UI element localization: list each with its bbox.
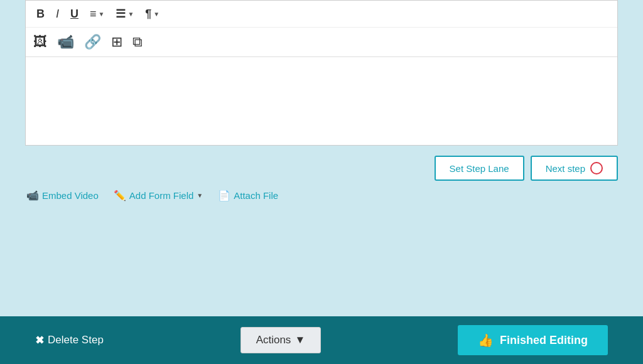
attach-file-icon: 📄 xyxy=(218,190,230,201)
embed-video-label: Embed Video xyxy=(42,190,99,201)
actions-dropdown-arrow: ▼ xyxy=(294,334,305,346)
actions-label: Actions xyxy=(256,334,291,346)
bold-button[interactable]: B xyxy=(33,6,48,22)
main-container: B I U ≡ ▼ ☰ ▼ ¶ ▼ 🖼 📹 🔗 ⊞ ⧉ xyxy=(0,0,643,364)
underline-button[interactable]: U xyxy=(67,6,82,22)
video-icon[interactable]: 📹 xyxy=(57,34,74,50)
delete-step-x-icon: ✖ xyxy=(35,334,44,347)
next-step-circle-icon xyxy=(590,162,603,174)
delete-step-label: Delete Step xyxy=(48,334,104,346)
align-dropdown-arrow: ▼ xyxy=(99,11,105,18)
next-step-label: Next step xyxy=(546,163,585,174)
paragraph-icon: ¶ xyxy=(145,8,151,21)
actions-button[interactable]: Actions ▼ xyxy=(240,327,322,353)
toolbar-row2: 🖼 📹 🔗 ⊞ ⧉ xyxy=(26,28,617,57)
list-icon: ☰ xyxy=(116,7,126,21)
paragraph-button[interactable]: ¶ ▼ xyxy=(142,6,163,22)
link-icon[interactable]: 🔗 xyxy=(84,34,101,50)
embed-video-item[interactable]: 📹 Embed Video xyxy=(26,190,99,201)
external-link-icon[interactable]: ⧉ xyxy=(132,34,143,50)
action-bar: ✖ Delete Step Actions ▼ 👍 Finished Editi… xyxy=(0,316,643,364)
finished-editing-label: Finished Editing xyxy=(500,334,588,347)
toolbar-row1: B I U ≡ ▼ ☰ ▼ ¶ ▼ xyxy=(26,1,617,28)
delete-step-button[interactable]: ✖ Delete Step xyxy=(35,334,104,347)
add-form-field-item[interactable]: ✏️ Add Form Field ▼ xyxy=(114,190,203,201)
attach-file-item[interactable]: 📄 Attach File xyxy=(218,190,278,201)
image-icon[interactable]: 🖼 xyxy=(33,34,47,50)
embed-video-icon: 📹 xyxy=(26,190,39,201)
finished-editing-button[interactable]: 👍 Finished Editing xyxy=(458,325,608,355)
thumbs-up-icon: 👍 xyxy=(478,333,494,348)
attach-file-label: Attach File xyxy=(234,190,278,201)
step-buttons-row: Set Step Lane Next step xyxy=(25,156,618,181)
align-button[interactable]: ≡ ▼ xyxy=(87,6,107,22)
form-field-dropdown-arrow: ▼ xyxy=(197,192,203,199)
set-step-lane-button[interactable]: Set Step Lane xyxy=(435,156,524,181)
italic-button[interactable]: I xyxy=(53,6,62,22)
add-form-field-icon: ✏️ xyxy=(114,190,126,201)
para-dropdown-arrow: ▼ xyxy=(153,11,159,18)
align-icon: ≡ xyxy=(90,8,97,21)
editor-wrapper: B I U ≡ ▼ ☰ ▼ ¶ ▼ 🖼 📹 🔗 ⊞ ⧉ xyxy=(25,0,618,146)
add-form-field-label: Add Form Field xyxy=(129,190,194,201)
editor-content[interactable] xyxy=(26,57,617,145)
list-button[interactable]: ☰ ▼ xyxy=(112,6,137,22)
embed-row: 📹 Embed Video ✏️ Add Form Field ▼ 📄 Atta… xyxy=(25,190,618,201)
step-controls: Set Step Lane Next step 📹 Embed Video ✏️… xyxy=(25,146,618,208)
set-step-lane-label: Set Step Lane xyxy=(450,163,509,174)
list-dropdown-arrow: ▼ xyxy=(127,11,134,18)
table-icon[interactable]: ⊞ xyxy=(111,34,122,50)
next-step-button[interactable]: Next step xyxy=(531,156,618,181)
